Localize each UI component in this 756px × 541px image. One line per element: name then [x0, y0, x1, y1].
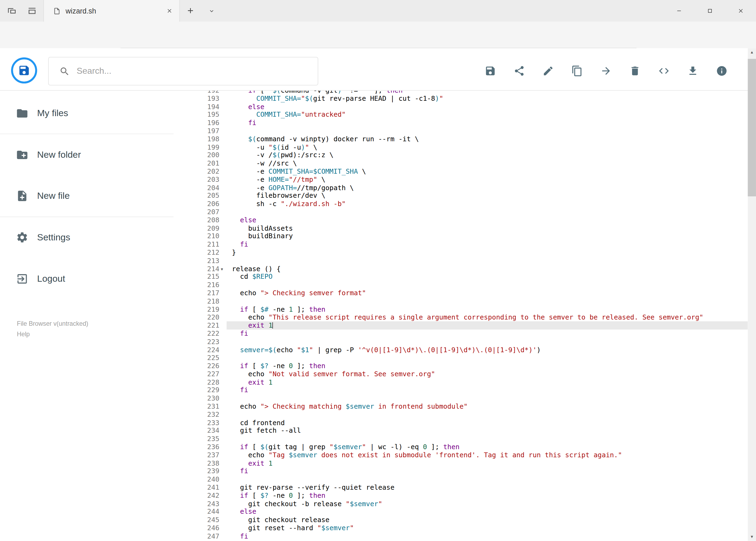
code-line-199[interactable]: 199 -u "$(id -u)" \ [173, 143, 748, 151]
code-line-242[interactable]: 242 if [ $? -ne 0 ]; then [173, 492, 748, 500]
code-text: release () { [227, 265, 748, 273]
info-button[interactable] [716, 65, 728, 77]
browser-tab[interactable]: wizard.sh [44, 0, 180, 22]
code-line-225[interactable]: 225 [173, 354, 748, 362]
code-text: -e COMMIT_SHA=$COMMIT_SHA \ [227, 168, 748, 176]
app-logo[interactable] [11, 58, 37, 84]
code-text: else [227, 508, 748, 516]
delete-button[interactable] [629, 65, 641, 77]
editor-button[interactable] [658, 65, 670, 77]
code-line-235[interactable]: 235 [173, 435, 748, 443]
line-number: 204 [173, 184, 219, 192]
code-line-193[interactable]: 193 COMMIT_SHA="$(git rev-parse HEAD | c… [173, 95, 748, 103]
code-line-240[interactable]: 240 [173, 475, 748, 483]
save-button[interactable] [484, 65, 496, 77]
code-line-213[interactable]: 213 [173, 257, 748, 265]
code-line-206[interactable]: 206 sh -c "./wizard.sh -b" [173, 200, 748, 208]
code-line-196[interactable]: 196 fi [173, 119, 748, 127]
rename-button[interactable] [543, 65, 554, 77]
code-line-241[interactable]: 241 git rev-parse --verify --quiet relea… [173, 483, 748, 492]
code-text: else [227, 103, 748, 111]
code-line-223[interactable]: 223 [173, 337, 748, 346]
code-text: echo "Tag $semver does not exist in subm… [227, 451, 748, 459]
code-line-226[interactable]: 226 if [ $? -ne 0 ]; then [173, 362, 748, 370]
code-line-208[interactable]: 208 else [173, 216, 748, 224]
code-line-204[interactable]: 204 -e GOPATH=//tmp/gopath \ [173, 184, 748, 192]
code-line-224[interactable]: 224 semver=$(echo "$1" | grep -P '^v(0|[… [173, 346, 748, 354]
code-line-247[interactable]: 247 fi [173, 532, 748, 540]
code-line-231[interactable]: 231 echo "> Checking matching $semver in… [173, 402, 748, 410]
move-button[interactable] [600, 65, 612, 77]
code-line-201[interactable]: 201 -w //src \ [173, 159, 748, 168]
code-line-205[interactable]: 205 filebrowser/dev \ [173, 192, 748, 200]
code-line-238[interactable]: 238 exit 1 [173, 459, 748, 467]
code-line-216[interactable]: 216 [173, 281, 748, 289]
sidebar-help-link[interactable]: Help [17, 329, 30, 339]
search-input[interactable] [77, 66, 318, 76]
code-line-198[interactable]: 198 $(command -v winpty) docker run --rm… [173, 135, 748, 143]
new-tab-button[interactable] [186, 6, 195, 15]
share-button[interactable] [513, 65, 525, 77]
line-number: 232 [173, 410, 219, 419]
code-line-232[interactable]: 232 [173, 410, 748, 419]
scrollbar-up-arrow-icon[interactable]: ▲ [748, 48, 756, 56]
code-line-192[interactable]: 192 if [ "$(command -v git)" != "" ]; th… [173, 91, 748, 95]
code-line-194[interactable]: 194 else [173, 103, 748, 111]
code-line-212[interactable]: 212} [173, 249, 748, 257]
code-line-207[interactable]: 207 [173, 208, 748, 216]
sidebar-item-logout[interactable]: Logout [0, 268, 173, 289]
trash-icon [629, 65, 641, 77]
code-line-222[interactable]: 222 fi [173, 329, 748, 337]
scrollbar-down-arrow-icon[interactable]: ▼ [748, 533, 756, 541]
code-line-230[interactable]: 230 [173, 394, 748, 402]
code-line-214[interactable]: 214▾release () { [173, 265, 748, 273]
code-line-229[interactable]: 229 fi [173, 386, 748, 394]
code-line-239[interactable]: 239 fi [173, 467, 748, 475]
code-line-237[interactable]: 237 echo "Tag $semver does not exist in … [173, 451, 748, 459]
tab-list-chevron-icon[interactable] [208, 8, 215, 15]
code-line-234[interactable]: 234 git fetch --all [173, 427, 748, 435]
fold-arrow-icon[interactable]: ▾ [221, 265, 223, 273]
code-line-200[interactable]: 200 -v /$(pwd):/src:z \ [173, 151, 748, 159]
code-line-215[interactable]: 215 cd $REPO [173, 273, 748, 281]
code-line-221[interactable]: 221 exit 1 [173, 321, 748, 329]
code-line-202[interactable]: 202 -e COMMIT_SHA=$COMMIT_SHA \ [173, 168, 748, 176]
code-line-217[interactable]: 217 echo "> Checking semver format" [173, 289, 748, 297]
code-line-203[interactable]: 203 -e HOME="//tmp" \ [173, 176, 748, 184]
code-text: if [ $? -ne 0 ]; then [227, 362, 748, 370]
code-line-218[interactable]: 218 [173, 297, 748, 305]
sidebar-item-settings[interactable]: Settings [0, 227, 173, 248]
sidebar-item-new-file[interactable]: New file [0, 185, 173, 207]
code-line-219[interactable]: 219 if [ $# -ne 1 ]; then [173, 305, 748, 313]
close-window-button[interactable] [725, 0, 756, 22]
code-line-227[interactable]: 227 echo "Not valid semver format. See s… [173, 370, 748, 378]
maximize-button[interactable] [694, 0, 725, 22]
sidebar-item-new-folder[interactable]: New folder [0, 144, 173, 166]
code-text: echo "> Checking matching $semver in fro… [227, 402, 748, 410]
code-line-245[interactable]: 245 git checkout release [173, 516, 748, 524]
sidebar-item-my-files[interactable]: My files [0, 103, 173, 124]
code-line-197[interactable]: 197 [173, 127, 748, 135]
code-line-210[interactable]: 210 buildBinary [173, 232, 748, 241]
code-editor[interactable]: 192 if [ "$(command -v git)" != "" ]; th… [173, 91, 748, 541]
code-line-209[interactable]: 209 buildAssets [173, 224, 748, 232]
code-line-246[interactable]: 246 git reset --hard "$semver" [173, 524, 748, 532]
code-line-243[interactable]: 243 git checkout -b release "$semver" [173, 500, 748, 508]
minimize-button[interactable] [663, 0, 694, 22]
code-line-211[interactable]: 211 fi [173, 241, 748, 249]
search-icon [59, 66, 70, 76]
search-box[interactable] [48, 57, 318, 85]
code-line-244[interactable]: 244 else [173, 508, 748, 516]
download-button[interactable] [687, 65, 698, 77]
copy-button[interactable] [571, 65, 583, 77]
tab-close-icon[interactable] [166, 8, 172, 14]
code-line-220[interactable]: 220 echo "This release script requires a… [173, 313, 748, 321]
code-line-228[interactable]: 228 exit 1 [173, 378, 748, 386]
page-scrollbar[interactable]: ▲ ▼ [748, 48, 756, 541]
code-line-233[interactable]: 233 cd frontend [173, 419, 748, 427]
code-line-236[interactable]: 236 if [ $(git tag | grep "$semver" | wc… [173, 443, 748, 451]
code-line-195[interactable]: 195 COMMIT_SHA="untracked" [173, 111, 748, 119]
scrollbar-thumb[interactable] [748, 59, 756, 196]
tabs-preview-icon[interactable] [28, 6, 37, 15]
tabs-aside-icon[interactable] [7, 6, 16, 15]
